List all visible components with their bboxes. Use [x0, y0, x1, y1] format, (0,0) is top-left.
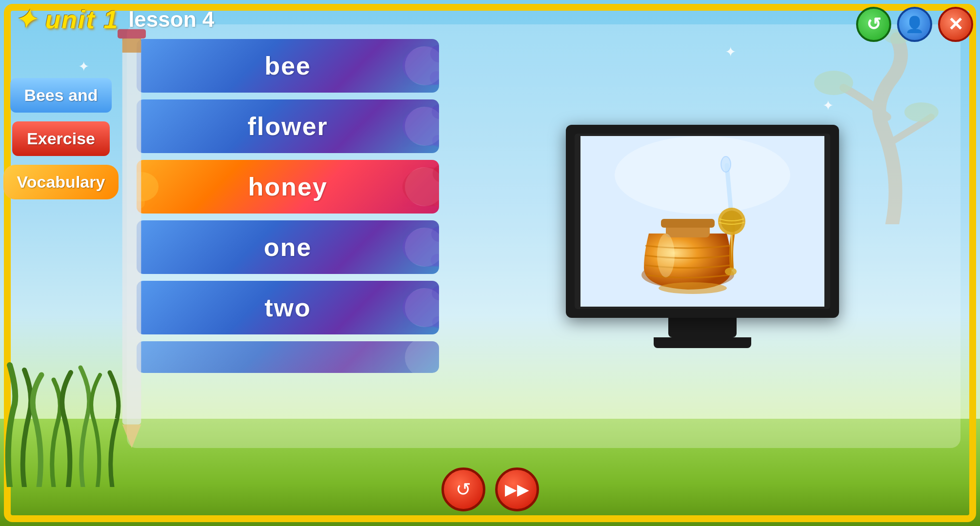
top-right-controls: ↺ 👤 ✕ — [856, 7, 973, 42]
unit-star: ✦ — [15, 5, 37, 34]
grass-decoration — [0, 316, 127, 487]
main-content: bee flower honey — [127, 24, 960, 448]
monitor-base — [654, 337, 751, 348]
word-list: bee flower honey — [137, 39, 439, 433]
replay-bottom-icon: ↺ — [456, 479, 471, 500]
svg-point-31 — [725, 268, 737, 275]
forward-icon: ▶▶ — [505, 480, 529, 499]
unit-title: ✦ unit 1 — [15, 5, 119, 34]
image-panel — [454, 39, 951, 433]
monitor-stand — [668, 318, 737, 337]
word-item-flower[interactable]: flower — [137, 99, 439, 153]
svg-point-26 — [615, 136, 790, 214]
close-icon: ✕ — [948, 14, 963, 35]
forward-button[interactable]: ▶▶ — [495, 468, 539, 511]
word-flower: flower — [247, 112, 328, 141]
svg-rect-5 — [122, 39, 141, 53]
vocabulary-button[interactable]: Vocabulary — [3, 165, 119, 199]
exercise-button[interactable]: Exercise — [12, 121, 110, 156]
monitor-screen — [575, 134, 830, 309]
replay-button[interactable]: ↺ — [856, 7, 891, 42]
word-item-two[interactable]: two — [137, 281, 439, 334]
monitor — [566, 125, 839, 318]
svg-point-30 — [657, 234, 675, 277]
header-bar: ✦ unit 1 lesson 4 — [0, 0, 980, 39]
lesson-title: lesson 4 — [128, 7, 214, 32]
word-item-one[interactable]: one — [137, 220, 439, 274]
replay-icon: ↺ — [866, 14, 881, 35]
svg-rect-29 — [661, 219, 715, 228]
bottom-controls: ↺ ▶▶ — [441, 468, 539, 511]
word-two: two — [264, 293, 311, 322]
info-icon: 👤 — [905, 15, 924, 34]
svg-point-36 — [659, 282, 727, 294]
word-bee: bee — [264, 51, 311, 80]
word-item-bee[interactable]: bee — [137, 39, 439, 93]
word-honey: honey — [248, 172, 327, 201]
bees-and-button[interactable]: Bees and — [10, 78, 111, 113]
honey-jar-image — [576, 136, 829, 307]
unit-label: unit 1 — [45, 5, 119, 34]
word-one: one — [264, 233, 312, 262]
replay-bottom-button[interactable]: ↺ — [441, 468, 485, 511]
close-button[interactable]: ✕ — [938, 7, 973, 42]
word-item-honey[interactable]: honey — [137, 160, 439, 214]
monitor-container — [566, 125, 839, 348]
word-item-partial[interactable] — [137, 341, 439, 373]
info-button[interactable]: 👤 — [897, 7, 932, 42]
svg-point-33 — [721, 156, 731, 172]
